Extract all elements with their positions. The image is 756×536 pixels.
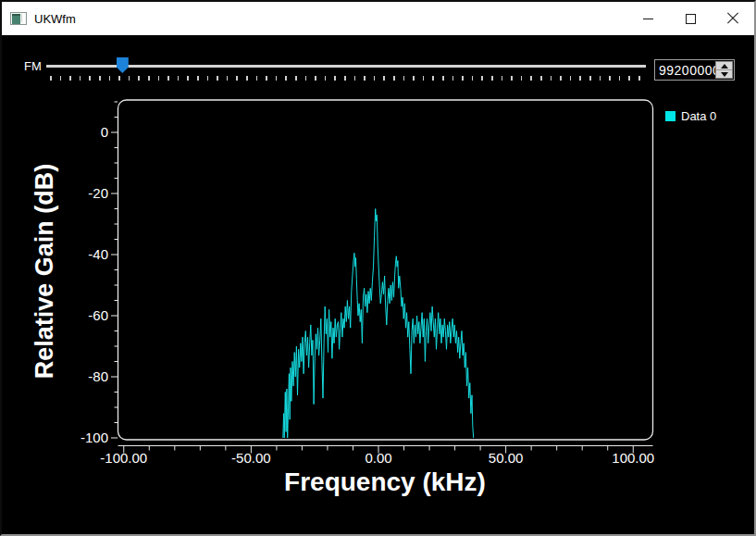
spinbox-steppers bbox=[715, 61, 733, 79]
close-button[interactable] bbox=[712, 2, 754, 35]
arrow-up-icon bbox=[721, 64, 728, 69]
x-tick-label: 50.00 bbox=[489, 450, 524, 466]
app-icon[interactable] bbox=[10, 12, 27, 25]
x-tick-label: 0.00 bbox=[365, 450, 391, 466]
slider-track[interactable] bbox=[46, 65, 646, 68]
window-title: UKWfm bbox=[34, 12, 76, 26]
y-tick-label: -60 bbox=[2, 307, 108, 323]
window-controls bbox=[626, 2, 754, 35]
close-icon bbox=[726, 12, 739, 25]
x-tick-label: -100.00 bbox=[100, 450, 147, 466]
slider-handle[interactable] bbox=[117, 57, 129, 73]
spin-up-button[interactable] bbox=[716, 62, 732, 70]
app-window: UKWfm FM 99200000 bbox=[0, 0, 756, 536]
y-tick-label: -40 bbox=[2, 246, 108, 262]
x-axis-title: Frequency (kHz) bbox=[284, 467, 486, 497]
x-tick-label: -50.00 bbox=[231, 450, 271, 466]
plot-canvas[interactable] bbox=[118, 100, 653, 440]
spinbox-value[interactable]: 99200000 bbox=[659, 63, 720, 78]
y-tick-label: -100 bbox=[2, 430, 108, 445]
maximize-button[interactable] bbox=[669, 2, 712, 35]
y-axis-ticks bbox=[111, 102, 118, 438]
y-tick-label: -20 bbox=[2, 185, 108, 201]
app-content: FM 99200000 Relative Gain (dB) Frequency… bbox=[2, 35, 754, 534]
frequency-slider[interactable] bbox=[46, 57, 646, 83]
maximize-icon bbox=[686, 14, 696, 24]
minimize-button[interactable] bbox=[626, 2, 669, 35]
frequency-spinbox[interactable]: 99200000 bbox=[654, 59, 735, 81]
minimize-icon bbox=[643, 19, 653, 19]
y-tick-label: -80 bbox=[2, 368, 108, 384]
title-bar: UKWfm bbox=[2, 2, 754, 35]
legend-label: Data 0 bbox=[681, 109, 716, 123]
legend-swatch-icon bbox=[665, 111, 675, 121]
y-tick-label: 0 bbox=[2, 124, 108, 140]
slider-tick-marks bbox=[50, 76, 646, 81]
spectrum-plot: Relative Gain (dB) Frequency (kHz) Data … bbox=[2, 88, 756, 514]
arrow-down-icon bbox=[721, 72, 728, 77]
spin-down-button[interactable] bbox=[716, 70, 732, 78]
x-tick-label: 100.00 bbox=[612, 450, 654, 466]
legend-entry[interactable]: Data 0 bbox=[665, 109, 716, 123]
slider-label: FM bbox=[24, 60, 42, 73]
